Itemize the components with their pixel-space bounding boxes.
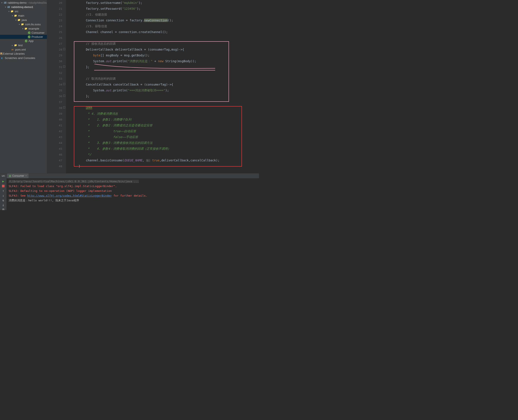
package-label: com.liu.susu	[25, 23, 41, 26]
package-icon: 📁	[21, 22, 24, 26]
project-tree-panel: ▾ rabbitmq-demo ~/study/ideaStu ▾ rabbit…	[0, 0, 47, 173]
class-icon: C	[25, 39, 28, 43]
module-label: rabbitmq-demo1	[11, 5, 33, 9]
svg-rect-1	[4, 2, 5, 2]
pom-label: pom.xml	[15, 48, 26, 51]
scratches-label: Scratches and Consoles	[5, 56, 35, 60]
folder-icon: 📁	[14, 14, 17, 17]
tree-test[interactable]: ▸ 📁 test	[0, 43, 47, 47]
tree-pom[interactable]: m pom.xml	[0, 47, 47, 52]
console-link[interactable]: http://www.slf4j.org/codes.html#StaticLo…	[27, 194, 112, 197]
scratches-icon: ◐	[0, 56, 4, 60]
fold-icon[interactable]: −	[63, 95, 65, 97]
arrow-up-icon[interactable]: ↑	[1, 189, 5, 193]
rerun-icon[interactable]: ▶	[1, 179, 5, 183]
fold-icon[interactable]: −	[63, 66, 65, 68]
module-icon	[3, 1, 7, 4]
module-icon	[7, 5, 10, 9]
src-folder-icon: 📁	[17, 18, 21, 22]
run-tab-consumer[interactable]: ▦ Consumer ×	[7, 173, 29, 178]
fold-icon[interactable]: −	[63, 106, 65, 108]
run-config-icon: ▦	[9, 174, 11, 177]
fold-icon[interactable]: −	[63, 83, 65, 85]
project-root-label: rabbitmq-demo	[8, 1, 27, 4]
chevron-down-icon: ▾	[18, 23, 21, 25]
tree-java[interactable]: ▾ 📁 java	[0, 18, 47, 22]
tree-main[interactable]: ▾ 📁 main	[0, 13, 47, 18]
java-label: java	[22, 18, 27, 22]
run-tab-label: Consumer	[12, 174, 24, 177]
tree-module[interactable]: ▾ rabbitmq-demo1	[0, 5, 47, 9]
console-err-line: SLF4J: See	[9, 194, 27, 197]
project-root[interactable]: ▾ rabbitmq-demo ~/study/ideaStu	[0, 0, 47, 5]
project-root-path: ~/study/ideaStu	[27, 1, 47, 4]
arrow-down-icon[interactable]: ↓	[1, 193, 5, 198]
producer-label: Producer	[31, 35, 43, 38]
consumer-label: Consumer	[31, 31, 44, 34]
class-icon: C	[28, 31, 31, 34]
run-tool-window: un: ▦ Consumer × ▶ ↑ ↓ ⇅ ⤓ 🖶 🗑 /Library/…	[0, 173, 259, 210]
run-toolbar: ▶ ↑ ↓ ⇅ ⤓ 🖶 🗑	[0, 178, 7, 210]
extlib-label: External Libraries	[3, 52, 25, 55]
chevron-down-icon: ▾	[11, 15, 14, 17]
chevron-right-icon: ▸	[11, 44, 14, 46]
run-label: un:	[0, 174, 7, 177]
tree-consumer[interactable]: C Consumer	[0, 31, 47, 35]
console-cmd: /Library/Java/JavaVirtualMachines/jdk1.8…	[9, 180, 139, 183]
stop-icon[interactable]	[1, 184, 5, 188]
console-output[interactable]: /Library/Java/JavaVirtualMachines/jdk1.8…	[7, 178, 259, 210]
main-label: main	[18, 14, 24, 17]
package-icon: 📁	[24, 27, 28, 30]
chevron-down-icon: ▾	[14, 19, 17, 21]
code-editor[interactable]: 20 21 22 23 24 25 26 27 28− 29 30 31− 32…	[47, 0, 259, 173]
test-label: test	[18, 44, 23, 47]
close-icon[interactable]: ×	[25, 174, 27, 177]
console-out-line: 消费的消息是：hello world!!!, 我来之于Java程序	[9, 198, 257, 203]
chevron-down-icon: ▾	[7, 10, 10, 13]
chevron-down-icon: ▾	[0, 1, 3, 4]
gutter: 20 21 22 23 24 25 26 27 28− 29 30 31− 32…	[47, 0, 66, 173]
class-icon: C	[28, 35, 31, 38]
fold-icon[interactable]: −	[63, 48, 65, 50]
print-icon[interactable]: 🖶	[1, 208, 5, 210]
src-label: src	[15, 10, 18, 13]
tree-src[interactable]: ▾ 📁 src	[0, 9, 47, 13]
tree-scratches[interactable]: ◐ Scratches and Consoles	[0, 56, 47, 60]
console-err-line: SLF4J: Failed to load class "org.slf4j.i…	[9, 184, 257, 189]
tree-example[interactable]: ▾ 📁 example	[0, 26, 47, 31]
chevron-down-icon: ▾	[4, 6, 7, 8]
tree-package[interactable]: ▾ 📁 com.liu.susu	[0, 22, 47, 26]
library-icon	[0, 52, 2, 55]
scroll-to-end-icon[interactable]: ⤓	[1, 203, 5, 207]
code-content[interactable]: factory.setUsername("mqAdmin"); factory.…	[66, 0, 259, 173]
tree-app[interactable]: C App	[0, 39, 47, 43]
tree-external-libs[interactable]: External Libraries	[0, 52, 47, 56]
tree-producer[interactable]: C Producer	[0, 35, 47, 39]
console-err-line: SLF4J: Defaulting to no-operation (NOP) …	[9, 189, 257, 193]
app-label: App	[29, 39, 33, 43]
svg-rect-3	[7, 6, 8, 7]
soft-wrap-icon[interactable]: ⇅	[1, 198, 5, 202]
chevron-down-icon: ▾	[21, 27, 24, 30]
maven-icon: m	[11, 48, 14, 51]
example-label: example	[29, 27, 39, 30]
svg-rect-4	[2, 185, 5, 187]
folder-icon: 📁	[14, 43, 17, 47]
folder-icon: 📁	[10, 9, 14, 13]
